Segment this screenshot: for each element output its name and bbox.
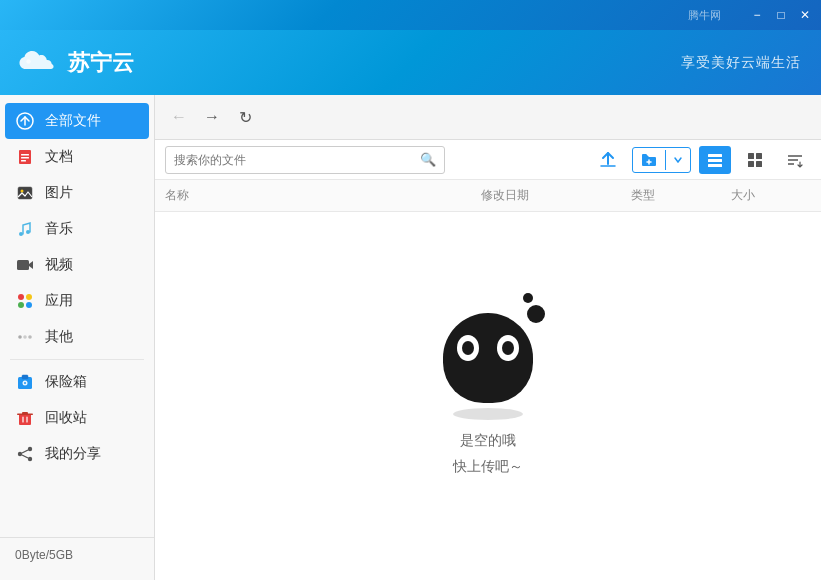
empty-text: 是空的哦 快上传吧～ xyxy=(453,428,523,478)
search-area: 🔍 xyxy=(155,140,821,180)
svg-rect-12 xyxy=(17,260,29,270)
share-label: 我的分享 xyxy=(45,445,101,463)
svg-point-17 xyxy=(18,335,22,339)
empty-line1: 是空的哦 xyxy=(453,428,523,453)
safe-icon xyxy=(15,372,35,392)
svg-point-32 xyxy=(28,457,32,461)
apps-icon xyxy=(15,291,35,311)
col-type-header: 类型 xyxy=(631,187,731,204)
sidebar-item-images[interactable]: 图片 xyxy=(0,175,154,211)
col-date-header: 修改日期 xyxy=(481,187,631,204)
svg-rect-27 xyxy=(17,414,33,416)
svg-rect-4 xyxy=(21,154,29,156)
svg-point-16 xyxy=(26,302,32,308)
svg-line-34 xyxy=(22,455,28,458)
col-name-header: 名称 xyxy=(165,187,481,204)
svg-point-14 xyxy=(26,294,32,300)
empty-state: 是空的哦 快上传吧～ xyxy=(155,212,821,580)
action-buttons xyxy=(592,146,811,174)
content-area: ← → ↻ 🔍 xyxy=(155,95,821,580)
mascot-shadow xyxy=(453,408,523,420)
nav-toolbar: ← → ↻ xyxy=(155,95,821,140)
svg-rect-40 xyxy=(748,153,754,159)
restore-button[interactable]: □ xyxy=(770,4,792,26)
new-folder-dropdown[interactable] xyxy=(666,152,690,168)
music-icon xyxy=(15,219,35,239)
svg-point-19 xyxy=(28,335,32,339)
sidebar-item-docs[interactable]: 文档 xyxy=(0,139,154,175)
back-button[interactable]: ← xyxy=(165,103,193,131)
svg-rect-37 xyxy=(708,154,722,157)
svg-line-33 xyxy=(22,450,28,453)
title-brand: 腾牛网 xyxy=(688,8,721,23)
svg-rect-39 xyxy=(708,164,722,167)
svg-rect-5 xyxy=(21,157,29,159)
sidebar-item-apps[interactable]: 应用 xyxy=(0,283,154,319)
svg-rect-21 xyxy=(22,375,28,379)
col-size-header: 大小 xyxy=(731,187,811,204)
close-button[interactable]: ✕ xyxy=(794,4,816,26)
music-label: 音乐 xyxy=(45,220,73,238)
new-folder-button-group[interactable] xyxy=(632,147,691,173)
images-icon xyxy=(15,183,35,203)
svg-rect-38 xyxy=(708,159,722,162)
mascot-body xyxy=(443,313,533,403)
docs-label: 文档 xyxy=(45,148,73,166)
mascot-eye-right xyxy=(497,335,519,361)
svg-point-30 xyxy=(28,447,32,451)
video-label: 视频 xyxy=(45,256,73,274)
sidebar-item-trash[interactable]: 回收站 xyxy=(0,400,154,436)
svg-rect-41 xyxy=(756,153,762,159)
mascot-eye-left xyxy=(457,335,479,361)
sidebar-divider xyxy=(10,359,144,360)
sort-button[interactable] xyxy=(779,146,811,174)
all-files-label: 全部文件 xyxy=(45,112,101,130)
other-label: 其他 xyxy=(45,328,73,346)
search-box[interactable]: 🔍 xyxy=(165,146,445,174)
sidebar-item-music[interactable]: 音乐 xyxy=(0,211,154,247)
sidebar-item-share[interactable]: 我的分享 xyxy=(0,436,154,472)
svg-point-15 xyxy=(18,302,24,308)
empty-line2: 快上传吧～ xyxy=(453,454,523,479)
images-label: 图片 xyxy=(45,184,73,202)
safe-label: 保险箱 xyxy=(45,373,87,391)
sidebar: 全部文件 文档 图片 xyxy=(0,95,155,580)
svg-point-10 xyxy=(19,232,23,236)
mascot-bubble xyxy=(527,305,545,323)
title-bar: 腾牛网 − □ ✕ xyxy=(0,0,821,30)
search-input[interactable] xyxy=(174,153,415,167)
sidebar-item-safe[interactable]: 保险箱 xyxy=(0,364,154,400)
sidebar-item-video[interactable]: 视频 xyxy=(0,247,154,283)
logo-text: 苏宁云 xyxy=(68,48,134,78)
header-slogan: 享受美好云端生活 xyxy=(681,54,801,72)
sidebar-item-all-files[interactable]: 全部文件 xyxy=(5,103,149,139)
svg-point-24 xyxy=(24,382,26,384)
mascot-pupil-left xyxy=(462,341,474,355)
new-folder-button[interactable] xyxy=(633,148,665,172)
svg-rect-6 xyxy=(21,160,26,162)
svg-rect-7 xyxy=(18,187,32,199)
svg-rect-25 xyxy=(19,414,31,425)
svg-point-11 xyxy=(26,230,30,234)
svg-point-9 xyxy=(21,190,24,193)
trash-label: 回收站 xyxy=(45,409,87,427)
share-icon xyxy=(15,444,35,464)
mascot-pupil-right xyxy=(502,341,514,355)
trash-icon xyxy=(15,408,35,428)
svg-point-0 xyxy=(26,59,31,64)
column-headers: 名称 修改日期 类型 大小 xyxy=(155,180,821,212)
search-icon: 🔍 xyxy=(420,152,436,167)
refresh-button[interactable]: ↻ xyxy=(231,103,259,131)
mascot-bubble2 xyxy=(523,293,533,303)
svg-point-13 xyxy=(18,294,24,300)
sidebar-item-other[interactable]: 其他 xyxy=(0,319,154,355)
upload-button[interactable] xyxy=(592,146,624,174)
grid-view-button[interactable] xyxy=(739,146,771,174)
mascot xyxy=(438,313,538,413)
forward-button[interactable]: → xyxy=(198,103,226,131)
app-header: 苏宁云 享受美好云端生活 xyxy=(0,30,821,95)
storage-text: 0Byte/5GB xyxy=(15,548,73,562)
list-view-button[interactable] xyxy=(699,146,731,174)
minimize-button[interactable]: − xyxy=(746,4,768,26)
svg-point-18 xyxy=(23,335,27,339)
